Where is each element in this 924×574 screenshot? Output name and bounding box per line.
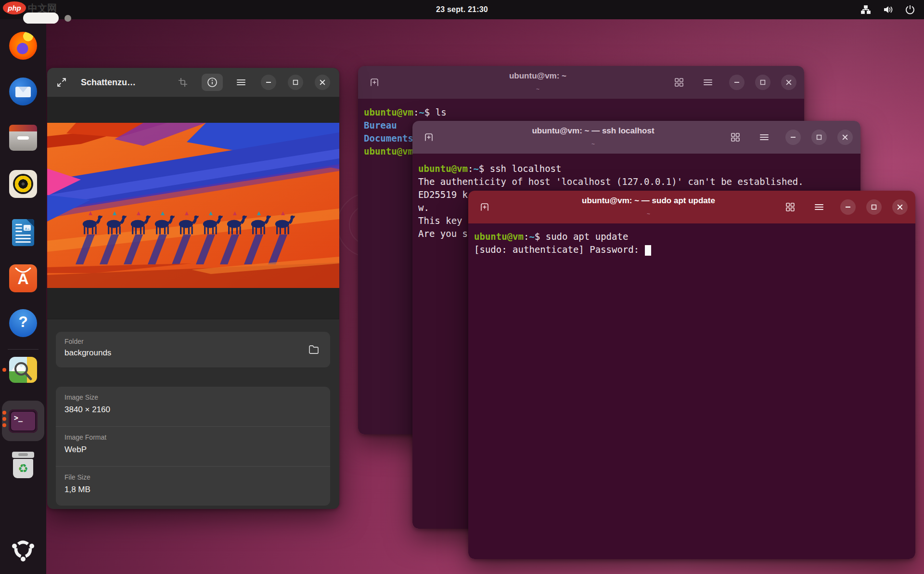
fullscreen-button[interactable]: [54, 75, 69, 90]
terminal-subtitle: ~: [526, 210, 771, 217]
menu-icon[interactable]: [700, 75, 716, 90]
terminal-titlebar[interactable]: ubuntu@vm: ~ — sudo apt update ~: [468, 191, 915, 223]
terminal-title: ubuntu@vm: ~ — ssh localhost: [470, 126, 716, 136]
wallpaper-image[interactable]: [47, 123, 339, 288]
watermark-dot: [64, 15, 71, 22]
folder-value: backgrounds: [64, 348, 111, 358]
question-glyph: ?: [9, 313, 37, 331]
dock-item-firefox[interactable]: [9, 32, 37, 60]
clock[interactable]: 23 sept. 21:30: [0, 0, 924, 19]
minimize-button[interactable]: [729, 75, 744, 90]
envelope-icon: [15, 87, 31, 97]
running-dot-terminal-3: [2, 423, 6, 427]
dock-item-trash[interactable]: ♻: [9, 452, 37, 480]
property-value: 3840 × 2160: [64, 405, 110, 415]
property-value: WebP: [64, 445, 87, 455]
info-toggle-button[interactable]: [202, 74, 223, 91]
open-folder-icon[interactable]: [308, 344, 320, 355]
minimize-button[interactable]: [261, 75, 276, 90]
property-label: Image Format: [64, 433, 106, 441]
dock-item-help[interactable]: ?: [9, 309, 37, 337]
appcenter-a-glyph: A: [9, 270, 37, 288]
folder-label: Folder: [64, 338, 84, 345]
menu-icon[interactable]: [757, 130, 772, 145]
property-value: 1,8 MB: [64, 485, 90, 495]
property-label: File Size: [64, 473, 90, 481]
system-tray[interactable]: [860, 0, 915, 19]
maximize-button[interactable]: [755, 75, 770, 90]
recycle-glyph: ♻: [13, 459, 33, 478]
viewer-properties-panel: Folder backgrounds Image Size 3840 × 216…: [47, 319, 339, 509]
folder-card: Folder backgrounds: [56, 332, 330, 367]
desktop: 23 sept. 21:30: [0, 0, 924, 574]
close-button[interactable]: [315, 75, 330, 90]
viewer-letterbox-top: [47, 97, 339, 123]
power-icon[interactable]: [905, 4, 915, 15]
image-viewer-window: Schattenzu…: [47, 68, 339, 509]
running-dot-image-viewer: [2, 368, 6, 372]
dock-item-image-viewer[interactable]: [9, 357, 37, 383]
terminal-subtitle: ~: [470, 141, 716, 147]
terminal-titlebar[interactable]: ubuntu@vm: ~ — ssh localhost ~: [412, 121, 860, 154]
details-card: Image Size 3840 × 2160 Image Format WebP…: [56, 387, 330, 506]
new-tab-button[interactable]: [421, 130, 436, 145]
running-dot-terminal-1: [2, 411, 6, 415]
dock-item-libreoffice-writer[interactable]: [12, 219, 34, 246]
property-row: Image Format WebP: [56, 426, 330, 466]
menu-icon[interactable]: [811, 199, 827, 215]
dock-item-app-center[interactable]: A: [9, 264, 37, 292]
menu-icon[interactable]: [233, 75, 249, 90]
tab-overview-icon[interactable]: [671, 75, 687, 90]
crop-icon[interactable]: [175, 75, 191, 90]
dock: A ? >_ ♻: [0, 19, 46, 574]
dock-divider: [8, 349, 38, 350]
terminal-title: ubuntu@vm: ~ — sudo apt update: [526, 196, 771, 206]
dock-item-rhythmbox[interactable]: [9, 170, 37, 198]
terminal-content[interactable]: ubuntu@vm:~$ sudo apt update[sudo: authe…: [468, 223, 915, 559]
dock-item-show-apps[interactable]: [11, 537, 36, 562]
minimize-button[interactable]: [785, 130, 801, 145]
watermark-pill: [23, 13, 59, 24]
new-tab-button[interactable]: [477, 199, 492, 215]
top-bar: 23 sept. 21:30: [0, 0, 924, 19]
dock-item-terminal[interactable]: >_: [9, 409, 38, 433]
tab-overview-icon[interactable]: [783, 199, 798, 215]
volume-icon[interactable]: [883, 4, 893, 15]
close-button[interactable]: [837, 130, 853, 145]
viewer-title: Schattenzu…: [81, 68, 136, 97]
viewer-letterbox-bottom: [47, 288, 339, 319]
property-row: File Size 1,8 MB: [56, 466, 330, 506]
php-badge: php: [3, 1, 26, 14]
dock-item-thunderbird[interactable]: [9, 78, 37, 105]
maximize-button[interactable]: [866, 199, 882, 215]
maximize-button[interactable]: [288, 75, 303, 90]
running-dot-terminal-2: [2, 417, 6, 421]
property-label: Image Size: [64, 393, 98, 401]
tab-overview-icon[interactable]: [728, 130, 743, 145]
magnifier-icon: [9, 357, 37, 383]
new-tab-button[interactable]: [367, 75, 382, 90]
viewer-titlebar[interactable]: Schattenzu…: [47, 68, 339, 97]
maximize-button[interactable]: [811, 130, 827, 145]
terminal-titlebar[interactable]: ubuntu@vm: ~ ~: [358, 66, 804, 99]
dock-item-files[interactable]: [9, 125, 37, 151]
network-icon[interactable]: [860, 4, 871, 15]
terminal-subtitle: ~: [416, 86, 660, 92]
close-button[interactable]: [781, 75, 796, 90]
terminal-glyph: >_: [11, 412, 35, 430]
terminal-title: ubuntu@vm: ~: [416, 71, 660, 81]
close-button[interactable]: [892, 199, 908, 215]
ubuntu-logo-icon: [11, 537, 36, 562]
terminal-window-apt: ubuntu@vm: ~ — sudo apt update ~ ubuntu: [468, 191, 915, 559]
property-row: Image Size 3840 × 2160: [56, 387, 330, 426]
minimize-button[interactable]: [840, 199, 856, 215]
